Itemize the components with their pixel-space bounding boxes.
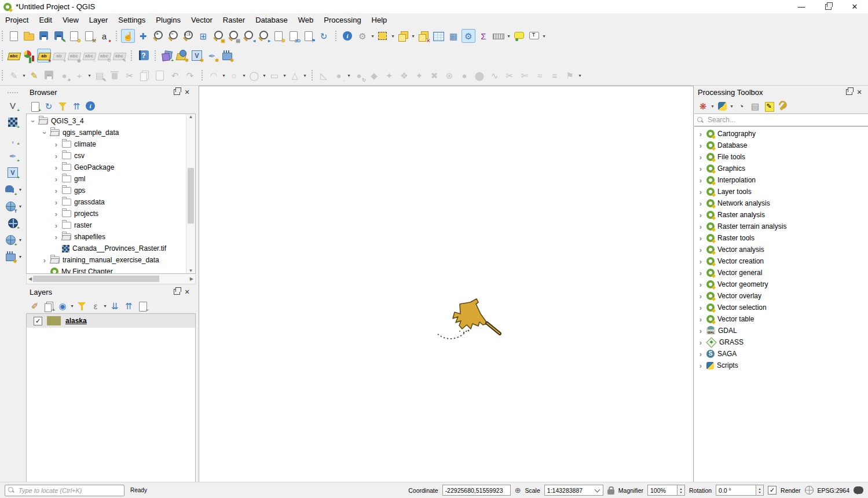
expand-chevron-icon[interactable]: › — [53, 198, 59, 207]
add-postgis-layer-dropdown[interactable]: ▾ — [18, 187, 23, 192]
expand-chevron-icon[interactable]: › — [698, 188, 704, 196]
expand-chevron-icon[interactable]: › — [41, 130, 49, 136]
delete-part-icon[interactable]: ● — [457, 68, 471, 82]
style-manager-icon[interactable]: a● — [97, 29, 111, 43]
expand-chevron-icon[interactable]: › — [698, 222, 704, 231]
browser-close-button[interactable]: ✕ — [182, 87, 192, 97]
menu-settings[interactable]: Settings — [113, 14, 151, 26]
scripts-menu-dropdown[interactable]: ▾ — [729, 104, 734, 109]
align-features-icon[interactable]: ≡ — [548, 68, 562, 82]
expand-chevron-icon[interactable]: › — [698, 141, 704, 150]
magnifier-input[interactable]: 100% — [647, 485, 677, 496]
tree-item-graphics[interactable]: ›Graphics — [694, 163, 868, 174]
scrollbar-thumb[interactable] — [188, 168, 194, 224]
filter-browser-icon[interactable] — [56, 100, 69, 112]
toggle-editing-icon[interactable]: ✎ — [27, 68, 41, 82]
run-feature-action-icon[interactable]: ⚙ — [356, 29, 369, 43]
expand-chevron-icon[interactable]: › — [698, 350, 704, 358]
scripts-menu-icon[interactable] — [716, 100, 728, 112]
refresh-browser-icon[interactable]: ↻ — [42, 100, 55, 112]
tree-item-vector-analysis[interactable]: ›Vector analysis — [694, 244, 868, 255]
tree-item-qgis-sample-data[interactable]: ›qgis_sample_data — [27, 127, 195, 138]
browser-float-button[interactable] — [171, 87, 182, 97]
tree-item-climate[interactable]: ›climate — [27, 138, 195, 150]
layer-item-alaska[interactable]: ✓alaska — [27, 314, 195, 328]
expand-chevron-icon[interactable]: › — [53, 152, 59, 160]
menu-layer[interactable]: Layer — [84, 14, 113, 26]
expand-chevron-icon[interactable]: › — [698, 257, 704, 266]
expand-chevron-icon[interactable]: › — [53, 221, 59, 230]
redo-icon[interactable]: ↷ — [183, 68, 197, 82]
tree-item-vector-overlay[interactable]: ›Vector overlay — [694, 290, 868, 302]
add-polygon-feature-icon[interactable]: ●✦ — [57, 68, 71, 82]
tree-item-interpolation[interactable]: ›Interpolation — [694, 174, 868, 186]
reshape-features-icon[interactable]: ∿ — [488, 68, 501, 82]
processing-toolbox-toggle-icon[interactable]: ⚙ — [462, 29, 475, 43]
options-icon[interactable] — [777, 100, 789, 112]
zoom-to-layer-icon[interactable]: ▤ — [226, 29, 240, 43]
add-selected-layers-icon[interactable]: + — [28, 100, 41, 112]
new-print-layout-icon[interactable]: ⚙ — [67, 29, 81, 43]
add-oracle-layer-icon[interactable]: T — [3, 199, 17, 213]
select-features-by-value-dropdown[interactable]: ▾ — [411, 34, 416, 39]
zoom-in-icon[interactable]: + — [151, 29, 165, 43]
add-wfs-layer-icon[interactable]: + — [3, 233, 17, 247]
menu-plugins[interactable]: Plugins — [151, 14, 186, 26]
expand-chevron-icon[interactable]: › — [698, 211, 704, 219]
toolbox-float-button[interactable] — [844, 87, 854, 97]
fill-ring-icon[interactable]: ✖ — [427, 68, 441, 82]
menu-raster[interactable]: Raster — [218, 14, 250, 26]
open-layer-styling-icon[interactable]: ✐ — [28, 299, 41, 312]
magnifier-spinner[interactable]: ▲▼ — [677, 485, 685, 496]
tree-item-vector-creation[interactable]: ›Vector creation — [694, 255, 868, 267]
rotation-input[interactable]: 0.0 ° — [716, 485, 756, 496]
messages-icon[interactable] — [854, 486, 863, 494]
add-ellipse-icon[interactable]: ◯ — [247, 68, 261, 82]
expand-chevron-icon[interactable]: › — [698, 338, 704, 347]
tree-item-network-analysis[interactable]: ›Network analysis — [694, 197, 868, 209]
new-shapefile-layer-icon[interactable]: ✱ — [175, 49, 189, 63]
tree-item-raster[interactable]: ›raster — [27, 219, 195, 231]
filter-by-expression-icon[interactable]: ε — [89, 299, 102, 312]
models-menu-icon[interactable]: ❋ — [697, 100, 709, 112]
add-circular-string-icon[interactable]: ◠ — [207, 68, 221, 82]
tree-item-csv[interactable]: ›csv — [27, 150, 195, 162]
tree-item-grass[interactable]: ›GRASS — [694, 336, 868, 348]
statistical-summary-icon[interactable]: ▦ — [446, 29, 460, 43]
add-spatialite-layer-icon[interactable]: ✒+ — [6, 149, 20, 163]
tree-item-geopackage[interactable]: ›GeoPackage — [27, 162, 195, 173]
browser-vertical-scrollbar[interactable]: ▲▼ — [186, 114, 195, 273]
zoom-to-selection-icon[interactable]: ▣ — [211, 29, 225, 43]
layer-diagram-icon[interactable] — [22, 49, 36, 63]
expand-chevron-icon[interactable]: › — [698, 280, 704, 289]
move-label-icon[interactable]: abc→ — [82, 49, 96, 63]
open-attribute-table-icon[interactable] — [431, 29, 445, 43]
crs-status[interactable]: EPSG:2964 — [818, 487, 849, 494]
add-postgis-layer-icon[interactable]: + — [3, 182, 17, 196]
tree-item-projects[interactable]: ›projects — [27, 208, 195, 219]
move-feature-icon[interactable]: ●→ — [332, 68, 346, 82]
tree-item-vector-geometry[interactable]: ›Vector geometry — [694, 279, 868, 290]
refresh-map-icon[interactable]: ↻ — [317, 29, 331, 43]
add-rectangle-icon[interactable]: ▭ — [268, 68, 281, 82]
measure-line-icon[interactable] — [492, 29, 506, 43]
expand-chevron-icon[interactable]: › — [698, 269, 704, 277]
tree-item-cartography[interactable]: ›Cartography — [694, 128, 868, 140]
change-label-properties-icon[interactable]: abc✎ — [112, 49, 126, 63]
expand-chevron-icon[interactable]: › — [698, 292, 704, 301]
pan-to-selection-icon[interactable]: ✚ — [136, 29, 150, 43]
tree-item-layer-tools[interactable]: ›Layer tools — [694, 186, 868, 197]
tree-item-shapefiles[interactable]: ›shapefiles — [27, 231, 195, 243]
simplify-feature-icon[interactable]: ✦ — [382, 68, 396, 82]
select-features-by-value-icon[interactable] — [396, 29, 410, 43]
tree-item-raster-analysis[interactable]: ›Raster analysis — [694, 209, 868, 221]
save-project-icon[interactable] — [37, 29, 51, 43]
layers-close-button[interactable]: ✕ — [182, 287, 192, 296]
extents-toggle-icon[interactable]: ⊕ — [515, 486, 521, 495]
add-regular-polygon-dropdown[interactable]: ▾ — [302, 73, 307, 78]
add-wms-layer-icon[interactable]: + — [6, 216, 20, 230]
add-rectangle-dropdown[interactable]: ▾ — [282, 73, 287, 78]
new-3d-map-view-icon[interactable]: 3D — [287, 29, 301, 43]
lock-scale-icon[interactable] — [607, 489, 614, 495]
menu-vector[interactable]: Vector — [186, 14, 218, 26]
